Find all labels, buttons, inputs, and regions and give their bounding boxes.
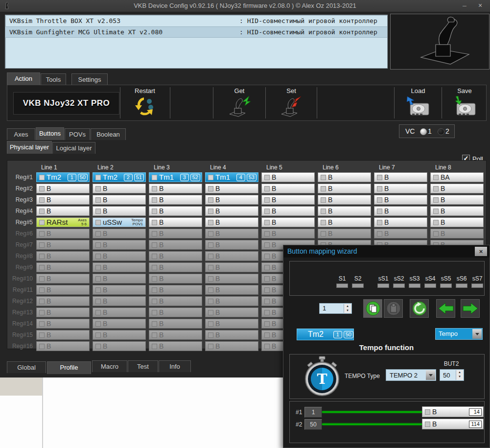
button-index-spinner[interactable]: 1 ▲▼ [319,303,352,314]
button-cell-reg3-line3[interactable]: B [149,195,202,205]
button-cell-reg5-line5[interactable]: B [261,217,315,227]
copy-button[interactable] [363,299,382,318]
vc-radio-1[interactable] [420,128,427,135]
cell-function-label: B [47,330,51,339]
button-cell-reg4-line4[interactable]: B [205,206,258,216]
button-cell-reg5-line1[interactable]: RARstAxes5 6 [36,217,90,227]
cell-function-label: B [272,218,276,227]
button-cell-reg3-line4[interactable]: B [205,195,258,205]
minimize-button[interactable]: – [459,1,470,10]
tab-profile[interactable]: Profile [47,361,91,374]
tab-global[interactable]: Global [7,361,46,373]
device-name: VKBsim Gunfighter MCG Ultimate XT v2.080 [9,27,239,37]
slot-button[interactable]: B 14 [422,406,484,417]
function-select[interactable]: Tempo [435,328,483,340]
close-button[interactable]: × [474,1,486,10]
button-cell-reg4-line6[interactable]: B [318,206,371,216]
button-cell-reg2-line4[interactable]: B [205,184,258,193]
tab-macro[interactable]: Macro [92,360,127,372]
tab-axes[interactable]: Axes [7,128,35,140]
button-cell-reg3-line5[interactable]: B [261,195,315,205]
set-button[interactable]: Set [267,86,316,119]
cell-checkbox [208,321,213,327]
button-cell-reg1-line3[interactable]: Tm1352 [149,172,202,182]
button-cell-reg9-line3: B [149,262,202,272]
device-row[interactable]: VKBsim Throttle BOX XT v2.053 : HID-совм… [5,15,387,26]
tab-buttons[interactable]: Buttons [36,127,64,140]
mapped-button-preview[interactable]: Tm2 150 [297,329,354,340]
vc-radio-2[interactable] [438,128,444,135]
tab-logical-layer[interactable]: Logical layer [52,142,95,154]
load-button[interactable]: Load [396,86,441,119]
row-label: Reg#2 [7,184,33,193]
cell-checkbox [39,175,45,180]
button-cell-reg5-line7[interactable]: B [374,217,427,227]
but2-spinner[interactable]: 50 ▲▼ [440,369,464,381]
spinner-arrows[interactable]: ▲▼ [456,370,463,380]
prev-button[interactable] [436,299,455,318]
tab-test[interactable]: Test [128,360,158,372]
cell-checkbox [39,299,45,304]
slot-button[interactable]: B 114 [422,419,484,429]
tab-action[interactable]: Action [7,72,40,85]
button-cell-reg5-line8[interactable]: B [430,217,484,227]
button-cell-reg1-line5[interactable]: B [261,172,315,182]
reset-button[interactable] [410,299,429,318]
button-cell-reg4-line8[interactable]: B [430,206,484,216]
get-button[interactable]: Get [215,86,264,119]
next-button[interactable] [461,299,480,318]
button-cell-reg5-line3[interactable]: B [149,217,202,227]
button-cell-reg3-line8[interactable]: B [430,195,484,205]
button-cell-reg3-line2[interactable]: B [93,195,146,205]
button-cell-reg3-line6[interactable]: B [318,195,371,205]
paste-button[interactable] [384,299,403,318]
button-cell-reg5-line6[interactable]: B [318,217,371,227]
button-cell-reg4-line1[interactable]: B [36,206,90,216]
button-cell-reg1-line4[interactable]: Tm1453 [205,172,258,182]
arrow-left-icon [438,302,454,315]
button-cell-reg2-line6[interactable]: B [318,184,371,193]
button-cell-reg2-line2[interactable]: B [93,184,146,193]
button-cell-reg2-line5[interactable]: B [261,184,315,193]
wizard-close-button[interactable]: × [475,247,487,256]
button-cell-reg1-line1[interactable]: Tm2150 [36,172,90,182]
button-cell-reg1-line8[interactable]: BA [430,172,484,182]
tempo-type-select[interactable]: TEMPO 2 [386,369,436,381]
tab-settings[interactable]: Settings [71,73,108,85]
cell-checkbox [264,186,270,191]
cell-checkbox [95,209,101,214]
button-cell-reg5-line4[interactable]: B [205,217,258,227]
spinner-arrows[interactable]: ▲▼ [344,304,351,313]
tab-povs[interactable]: POVs [65,128,90,140]
button-cell-reg2-line8[interactable]: B [430,184,484,193]
button-cell-reg2-line7[interactable]: B [374,184,427,193]
button-cell-reg1-line6[interactable]: B [318,172,371,182]
button-cell-reg4-line3[interactable]: B [149,206,202,216]
button-cell-reg1-line7[interactable]: B [374,172,427,182]
save-button[interactable]: Save [443,86,486,119]
chevron-down-icon[interactable] [472,329,482,339]
button-cell-reg4-line2[interactable]: B [93,206,146,216]
tab-tools[interactable]: Tools [41,73,66,85]
tab-info[interactable]: Info [159,360,191,372]
cell-function-label: B [103,330,107,339]
cell-function-label: B [272,207,276,215]
button-cell-reg1-line2[interactable]: Tm2251 [93,172,146,182]
chevron-down-icon[interactable] [426,370,435,380]
button-cell-reg5-line2[interactable]: uSSwTempoPOV1 [93,217,146,227]
button-cell-reg2-line1[interactable]: B [36,184,90,193]
cell-function-label: B [215,240,220,249]
button-cell-reg3-line7[interactable]: B [374,195,427,205]
tab-physical-layer[interactable]: Physical layer [7,141,52,154]
tab-boolean[interactable]: Boolean [91,128,126,140]
cell-function-label: B [47,229,51,238]
device-row-selected[interactable]: VKBsim Gunfighter MCG Ultimate XT v2.080… [5,26,387,38]
restart-button[interactable]: Restart [121,86,169,119]
button-cell-reg2-line3[interactable]: B [149,184,202,193]
cell-function-label: B [47,184,51,193]
button-cell-reg4-line5[interactable]: B [261,206,315,216]
row-label: Reg#4 [7,206,33,216]
cell-function-label: B [47,195,51,204]
button-cell-reg3-line1[interactable]: B [36,195,90,205]
button-cell-reg4-line7[interactable]: B [374,206,427,216]
